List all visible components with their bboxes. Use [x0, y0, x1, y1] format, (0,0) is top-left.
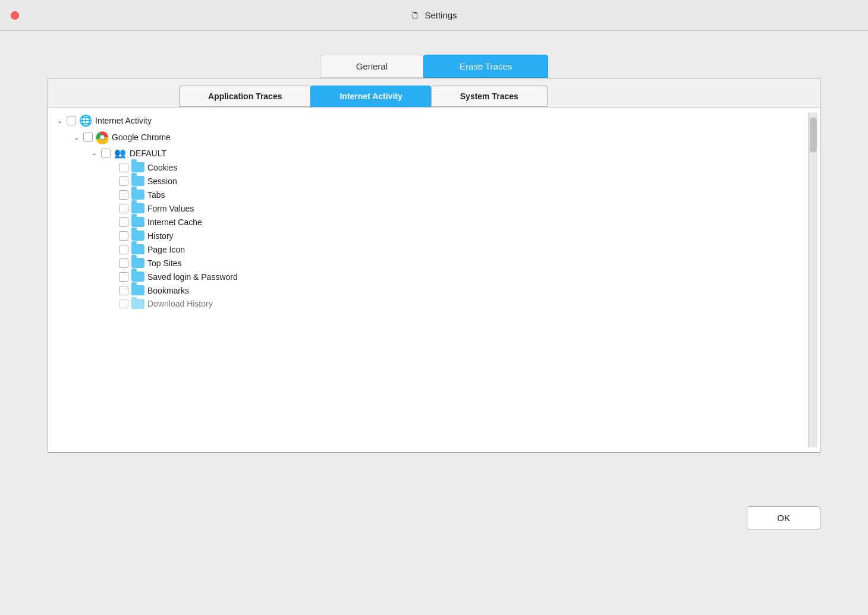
list-item[interactable]: ⌄ Top Sites — [53, 256, 806, 270]
tree-area: ⌄ 🌐 Internet Activity ⌄ — [48, 108, 820, 452]
checkbox-form-values[interactable] — [119, 204, 128, 213]
checkbox-history[interactable] — [119, 231, 128, 241]
title-text: Settings — [424, 10, 457, 20]
ok-button[interactable]: OK — [747, 506, 820, 529]
checkbox-internet-activity[interactable] — [67, 116, 76, 125]
label-top-sites: Top Sites — [147, 258, 182, 268]
checkbox-bookmarks[interactable] — [119, 286, 128, 295]
tree-item-cookies[interactable]: ⌄ Cookies — [53, 160, 806, 174]
checkbox-top-sites[interactable] — [119, 258, 128, 268]
globe-icon: 🌐 — [79, 114, 92, 127]
list-item[interactable]: ⌄ Internet Cache — [53, 215, 806, 229]
sub-tab-internet-activity[interactable]: Internet Activity — [310, 86, 430, 107]
checkbox-page-icon[interactable] — [119, 245, 128, 254]
list-item[interactable]: ⌄ History — [53, 229, 806, 242]
label-page-icon: Page Icon — [147, 245, 185, 254]
folder-icon — [131, 176, 144, 186]
folder-icon — [131, 217, 144, 227]
title-icon: 🗒 — [411, 10, 420, 20]
folder-icon — [131, 258, 144, 268]
tree-item-top-sites[interactable]: ⌄ Top Sites — [53, 256, 806, 270]
scrollbar-thumb[interactable] — [810, 117, 817, 153]
folder-icon — [131, 285, 144, 295]
close-button[interactable] — [11, 11, 19, 20]
label-internet-activity: Internet Activity — [95, 116, 152, 125]
tree-item-download-history[interactable]: ⌄ Download History — [53, 297, 806, 310]
list-item[interactable]: ⌄ Download History — [53, 297, 806, 310]
chevron-down-icon: ⌄ — [55, 117, 64, 125]
tree-item-form-values[interactable]: ⌄ Form Values — [53, 201, 806, 215]
list-item[interactable]: ⌄ Bookmarks — [53, 283, 806, 297]
list-item[interactable]: ⌄ 👥 DEFAULT — [53, 146, 806, 160]
label-session: Session — [147, 176, 177, 186]
tree-item-saved-login[interactable]: ⌄ Saved login & Password — [53, 270, 806, 283]
label-internet-cache: Internet Cache — [147, 217, 202, 227]
list-item[interactable]: ⌄ Saved login & Password — [53, 270, 806, 283]
sub-tab-system-traces[interactable]: System Traces — [431, 86, 548, 107]
label-history: History — [147, 231, 174, 241]
label-bookmarks: Bookmarks — [147, 286, 189, 295]
sub-tabs: Application Traces Internet Activity Sys… — [48, 78, 820, 108]
list-item[interactable]: ⌄ Page Icon — [53, 242, 806, 256]
label-saved-login: Saved login & Password — [147, 272, 238, 282]
folder-icon — [131, 231, 144, 241]
folder-icon — [131, 244, 144, 254]
tree-item-internet-activity[interactable]: ⌄ 🌐 Internet Activity — [53, 112, 806, 129]
checkbox-session[interactable] — [119, 176, 128, 186]
tab-general[interactable]: General — [320, 55, 423, 78]
list-item[interactable]: ⌄ Tabs — [53, 188, 806, 201]
tree-item-tabs[interactable]: ⌄ Tabs — [53, 188, 806, 201]
label-google-chrome: Google Chrome — [112, 133, 171, 142]
tree-item-bookmarks[interactable]: ⌄ Bookmarks — [53, 283, 806, 297]
tree-item-session[interactable]: ⌄ Session — [53, 174, 806, 188]
checkbox-default[interactable] — [101, 149, 111, 158]
folder-icon — [131, 190, 144, 200]
tab-erase-traces[interactable]: Erase Traces — [423, 55, 548, 78]
list-item[interactable]: ⌄ Cookies — [53, 160, 806, 174]
checkbox-google-chrome[interactable] — [83, 133, 93, 142]
scrollbar-track[interactable] — [808, 112, 817, 447]
tree-item-internet-cache[interactable]: ⌄ Internet Cache — [53, 215, 806, 229]
chevron-down-icon: ⌄ — [72, 134, 80, 141]
folder-icon — [131, 272, 144, 282]
tree-item-google-chrome[interactable]: ⌄ Googl — [53, 129, 806, 146]
checkbox-cookies[interactable] — [119, 163, 128, 172]
top-tabs: General Erase Traces — [320, 55, 549, 78]
checkbox-saved-login[interactable] — [119, 272, 128, 282]
checkbox-download-history[interactable] — [119, 299, 128, 308]
tree-item-default[interactable]: ⌄ 👥 DEFAULT — [53, 146, 806, 160]
label-download-history: Download History — [147, 299, 213, 308]
users-icon: 👥 — [114, 147, 127, 159]
svg-point-2 — [100, 135, 105, 140]
list-item[interactable]: ⌄ Session — [53, 174, 806, 188]
folder-icon — [131, 299, 144, 309]
label-tabs: Tabs — [147, 190, 165, 200]
tree-item-history[interactable]: ⌄ History — [53, 229, 806, 242]
label-default: DEFAULT — [130, 149, 166, 158]
tree-scroll[interactable]: ⌄ 🌐 Internet Activity ⌄ — [53, 112, 808, 447]
list-item[interactable]: ⌄ 🌐 Internet Activity — [53, 112, 806, 129]
list-item[interactable]: ⌄ Form Values — [53, 201, 806, 215]
tree-root: ⌄ 🌐 Internet Activity ⌄ — [53, 112, 806, 310]
ok-button-container: OK — [0, 488, 868, 547]
label-form-values: Form Values — [147, 204, 194, 213]
tree-item-page-icon[interactable]: ⌄ Page Icon — [53, 242, 806, 256]
panel-container: Application Traces Internet Activity Sys… — [48, 78, 820, 453]
folder-icon — [131, 162, 144, 172]
main-content: General Erase Traces Application Traces … — [0, 31, 868, 477]
label-cookies: Cookies — [147, 163, 178, 172]
window-title: 🗒 Settings — [411, 10, 457, 20]
checkbox-internet-cache[interactable] — [119, 217, 128, 227]
checkbox-tabs[interactable] — [119, 190, 128, 200]
list-item[interactable]: ⌄ Googl — [53, 129, 806, 146]
folder-icon — [131, 203, 144, 213]
sub-tab-application-traces[interactable]: Application Traces — [179, 86, 310, 107]
titlebar: 🗒 Settings — [0, 0, 868, 31]
chrome-icon — [96, 131, 109, 144]
chevron-down-icon: ⌄ — [90, 149, 98, 157]
